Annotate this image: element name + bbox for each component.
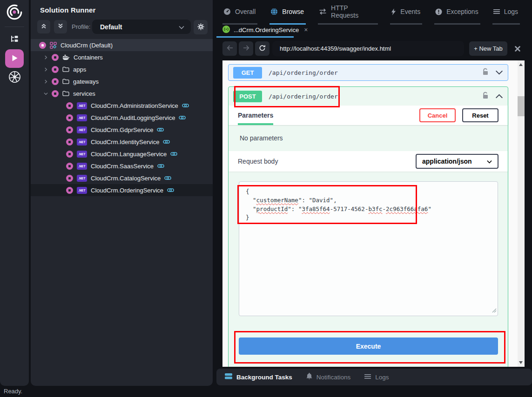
forward-button[interactable] xyxy=(239,41,253,56)
status-donut-icon xyxy=(39,42,46,49)
globe-icon xyxy=(270,8,278,15)
cancel-button[interactable]: Cancel xyxy=(419,108,456,122)
tree-item-label: CloudCrm.IdentityService xyxy=(91,139,159,146)
endpoint-post-summary[interactable]: POST /api/ordering/order xyxy=(229,87,508,106)
solution-panel: Solution Runner Profile: Default CloudCr… xyxy=(31,0,213,386)
settings-button[interactable] xyxy=(194,20,208,34)
bottom-bar: Background Tasks Notifications Logs xyxy=(216,369,532,385)
tree-item-service[interactable]: .NET CloudCrm.GdprService xyxy=(31,124,213,136)
tab-logs[interactable]: Logs xyxy=(492,4,520,25)
request-body-editor[interactable]: { "customerName": "David", "productId": … xyxy=(239,181,498,316)
swap-arrows-icon xyxy=(319,8,327,15)
parameters-header: Parameters Cancel Reset xyxy=(229,106,508,125)
tab-events[interactable]: Events xyxy=(390,4,422,25)
chevron-right-icon xyxy=(44,79,48,84)
chevron-down-icon xyxy=(179,23,184,31)
endpoint-get[interactable]: GET /api/ordering/order xyxy=(228,64,508,81)
tasks-icon xyxy=(225,373,232,381)
tree-item-service[interactable]: .NET CloudCrm.CatalogService xyxy=(31,172,213,184)
address-bar[interactable]: http://localhost:44359/swagger/index.htm… xyxy=(272,41,464,56)
tab-label: Exceptions xyxy=(446,8,478,15)
unlocked-padlock-icon[interactable] xyxy=(482,68,489,78)
status-text: Ready. xyxy=(4,388,22,395)
bottom-item-logs[interactable]: Logs xyxy=(364,374,389,381)
tab-overall[interactable]: Overall xyxy=(222,4,257,25)
new-tab-button[interactable]: + New Tab xyxy=(469,41,507,56)
divider xyxy=(5,26,24,27)
request-body-header: Request body application/json xyxy=(229,151,508,172)
tree-item-service[interactable]: .NET CloudCrm.IdentityService xyxy=(31,136,213,148)
tab-browse[interactable]: Browse xyxy=(269,4,306,25)
solution-tree: CloudCrm (Default) Containers apps gatew… xyxy=(31,39,213,196)
tree-item-gateways[interactable]: gateways xyxy=(31,75,213,87)
run-button[interactable] xyxy=(5,49,24,68)
link-icon xyxy=(157,127,164,132)
page-scrollbar[interactable] xyxy=(518,60,525,367)
tree-item-label: CloudCrm.CatalogService xyxy=(91,175,161,182)
chevron-right-icon xyxy=(44,55,48,60)
close-tab-icon[interactable]: × xyxy=(304,26,308,33)
tab-exceptions[interactable]: Exceptions xyxy=(434,4,480,25)
status-donut-icon xyxy=(52,90,59,97)
double-chevron-down-icon xyxy=(58,23,63,30)
chevron-up-icon[interactable] xyxy=(495,92,503,100)
chevron-down-icon xyxy=(44,92,48,96)
tree-item-service[interactable]: .NET CloudCrm.AuditLoggingService xyxy=(31,112,213,124)
scroll-up-arrow[interactable] xyxy=(519,63,523,66)
scrollbar-thumb[interactable] xyxy=(518,96,525,116)
dotnet-badge: .NET xyxy=(77,114,87,121)
tree-item-label: CloudCrm.GdprService xyxy=(91,126,153,133)
tree-item-service[interactable]: .NET CloudCrm.SaasService xyxy=(31,160,213,172)
tab-label: Logs xyxy=(504,8,518,15)
status-donut-icon xyxy=(66,151,73,158)
method-badge-post: POST xyxy=(233,91,262,102)
address-url: http://localhost:44359/swagger/index.htm… xyxy=(280,45,391,52)
dotnet-badge: .NET xyxy=(77,139,87,146)
tree-item-containers[interactable]: Containers xyxy=(31,51,213,63)
tree-item-label: apps xyxy=(73,66,86,73)
chevron-down-icon[interactable] xyxy=(495,68,503,77)
tree-item-services[interactable]: services xyxy=(31,87,213,99)
status-donut-icon xyxy=(66,175,73,182)
content-type-value: application/json xyxy=(422,158,472,165)
dotnet-badge: .NET xyxy=(77,175,87,182)
request-body-label: Request body xyxy=(238,158,278,165)
dev-tools-icon[interactable] xyxy=(513,44,522,53)
app-logo xyxy=(6,3,23,21)
bottom-item-notifications[interactable]: Notifications xyxy=(306,373,351,381)
request-body-code[interactable]: { "customerName": "David", "productId": … xyxy=(239,182,498,228)
gauge-icon xyxy=(223,8,231,15)
lightning-icon xyxy=(391,8,396,15)
tree-view-button[interactable] xyxy=(7,33,22,46)
tree-item-service[interactable]: .NET CloudCrm.LanguageService xyxy=(31,148,213,160)
endpoint-path: /api/ordering/order xyxy=(269,69,338,76)
execute-button[interactable]: Execute xyxy=(239,337,498,355)
chevron-right-icon xyxy=(44,67,48,72)
main-tabs: Overall Browse HTTP Requests Events Exce… xyxy=(222,4,532,25)
resize-handle[interactable] xyxy=(492,306,497,315)
tree-item-label: CloudCrm (Default) xyxy=(61,42,113,49)
scroll-down-arrow[interactable] xyxy=(519,361,523,364)
refresh-button[interactable] xyxy=(255,41,269,56)
solution-icon xyxy=(50,42,57,49)
browser-tab[interactable]: ...dCrm.OrderingService × xyxy=(216,23,294,38)
tree-item-apps[interactable]: apps xyxy=(31,63,213,75)
profile-label: Profile: xyxy=(72,23,90,30)
profile-select[interactable]: Default xyxy=(92,20,191,34)
tree-item-label: CloudCrm.LanguageService xyxy=(91,151,167,158)
tab-http-requests[interactable]: HTTP Requests xyxy=(318,4,378,25)
tab-label: HTTP Requests xyxy=(331,4,376,19)
tree-item-solution[interactable]: CloudCrm (Default) xyxy=(31,39,213,51)
expand-all-button[interactable] xyxy=(54,20,67,33)
dotnet-badge: .NET xyxy=(77,151,87,158)
collapse-all-button[interactable] xyxy=(37,20,50,33)
gear-icon xyxy=(197,23,204,32)
reset-button[interactable]: Reset xyxy=(462,108,498,122)
tree-item-service[interactable]: .NET CloudCrm.AdministrationService xyxy=(31,99,213,112)
back-button[interactable] xyxy=(222,41,237,56)
kubernetes-button[interactable] xyxy=(7,71,22,85)
content-type-select[interactable]: application/json xyxy=(416,154,498,169)
bottom-item-background-tasks[interactable]: Background Tasks xyxy=(225,373,292,381)
unlocked-padlock-icon[interactable] xyxy=(482,92,489,101)
tree-item-service-selected[interactable]: .NET CloudCrm.OrderingService xyxy=(31,184,213,196)
